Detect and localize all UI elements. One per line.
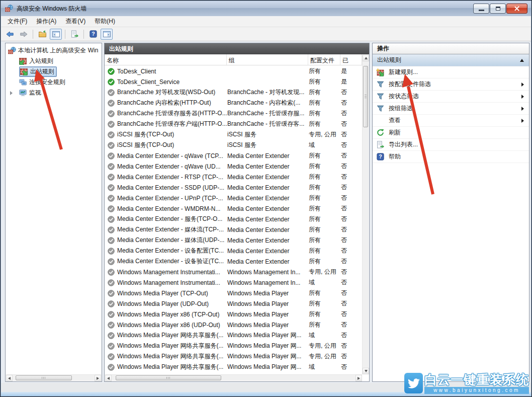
scroll-left-button[interactable] [105,375,112,381]
rule-group: Windows Media Player [227,311,309,318]
column-header-enabled[interactable]: 已 [340,54,362,65]
rule-row[interactable]: Media Center Extender - qWave (TCP...Med… [105,150,369,161]
scrollbar-track[interactable] [112,375,356,381]
tree-item-连接安全规则[interactable]: 连接安全规则 [6,77,102,88]
tree-item-入站规则[interactable]: 入站规则 [6,56,102,66]
scroll-right-button[interactable] [95,375,101,381]
rule-row[interactable]: Media Center Extender - RTSP (TCP-...Med… [105,172,369,182]
rule-row[interactable]: Media Center Extender - qWave (UD...Medi… [105,161,369,172]
tree-item-监视[interactable]: 监视 [6,88,102,98]
scrollbar-track[interactable] [13,375,95,381]
rule-profile: 专用, 公用 [309,352,341,361]
column-header-name[interactable]: 名称 [105,54,227,65]
open-folder-button[interactable] [36,29,48,40]
rule-row[interactable]: Windows Media Player 网络共享服务(...Windows M… [105,330,369,341]
action-pane-button[interactable] [101,29,113,40]
rule-row[interactable]: BranchCache 内容检索(HTTP-Out)BranchCache - … [105,98,369,108]
rule-row[interactable]: Windows Media Player 网络共享服务(...Windows M… [105,351,369,362]
action-item-按组筛选[interactable]: 按组筛选 [373,103,529,115]
column-header-profile[interactable]: 配置文件 [308,54,340,65]
tree-root-item[interactable]: 本地计算机 上的高级安全 Win [6,45,102,56]
rule-row[interactable]: iSCSI 服务(TCP-Out)iSCSI 服务域否 [105,140,369,150]
action-item-帮助[interactable]: ?帮助 [373,151,529,163]
rule-profile: 所有 [309,236,341,245]
help-icon: ? [90,30,97,38]
tree-item-出站规则[interactable]: 出站规则 [6,66,102,77]
console-tree-button[interactable] [50,29,62,40]
tree-horizontal-scrollbar[interactable] [6,374,101,381]
back-button[interactable] [4,29,16,40]
rule-row[interactable]: Media Center Extender - 媒体流(TCP-...Media… [105,224,369,235]
rule-row[interactable]: Media Center Extender - 媒体流(UDP-...Media… [105,235,369,246]
restore-button[interactable] [490,4,506,14]
rule-row[interactable]: iSCSI 服务(TCP-Out)iSCSI 服务专用, 公用否 [105,129,369,140]
scrollbar-thumb[interactable] [363,66,368,127]
scrollbar-thumb[interactable] [16,375,72,380]
rule-name: Media Center Extender - SSDP (UDP-... [117,184,227,191]
action-item-label: 按状态筛选 [389,92,419,101]
rule-profile: 所有 [309,67,341,75]
list-horizontal-scrollbar[interactable] [105,374,362,381]
scrollbar-thumb[interactable] [116,375,221,380]
rule-row[interactable]: Windows Management Instrumentati...Windo… [105,277,369,288]
minimize-button[interactable] [473,4,489,14]
close-button[interactable] [506,4,527,14]
action-item-刷新[interactable]: 刷新 [373,127,529,139]
rule-disabled-icon [108,131,115,138]
filter-icon [376,105,384,113]
rule-disabled-icon [108,258,115,265]
action-item-导出列表[interactable]: 导出列表... [373,139,529,151]
rule-row[interactable]: ToDesk_Client_Service所有是 [105,76,369,87]
rule-row[interactable]: Media Center Extender - SSDP (UDP-...Med… [105,182,369,193]
title-bar[interactable]: 高级安全 Windows 防火墙 [1,1,531,16]
rule-row[interactable]: BranchCache 托管缓存服务器(HTTP-O...BranchCache… [105,108,369,119]
help-button[interactable]: ? [87,29,99,40]
scroll-right-button[interactable] [356,375,362,381]
collapse-icon[interactable] [520,59,524,62]
action-item-新建规则[interactable]: 新建规则... [373,66,529,78]
actions-section-header[interactable]: 出站规则 [373,54,529,66]
rule-profile: 专用, 公用 [309,268,341,276]
scroll-left-button[interactable] [6,375,13,381]
rule-row[interactable]: Windows Media Player x86 (TCP-Out)Window… [105,309,369,320]
rule-row[interactable]: Windows Media Player (TCP-Out)Windows Me… [105,288,369,298]
rule-row[interactable]: Media Center Extender - WMDRM-N...Media … [105,203,369,214]
expander-icon[interactable] [10,91,13,95]
list-vertical-scrollbar[interactable] [362,55,369,374]
watermark-url: www.baiyunxitong.com [424,387,529,394]
rule-profile: 所有 [309,99,341,107]
menu-item-4[interactable]: 帮助(H) [90,16,120,27]
submenu-arrow-icon [521,95,524,99]
rule-row[interactable]: Windows Media Player (UDP-Out)Windows Me… [105,298,369,309]
rule-row[interactable]: BranchCache 对等机发现(WSD-Out)BranchCache - … [105,87,369,98]
rule-row[interactable]: Windows Media Player x86 (UDP-Out)Window… [105,320,369,330]
action-item-按状态筛选[interactable]: 按状态筛选 [373,91,529,103]
rule-row[interactable]: Windows Media Player 网络共享服务(...Windows M… [105,341,369,351]
rule-profile: 所有 [309,162,341,171]
rule-row[interactable]: Windows Media Player 网络共享服务(...Windows M… [105,362,369,372]
action-item-按配置文件筛选[interactable]: 按配置文件筛选 [373,78,529,91]
action-item-查看[interactable]: 查看 [373,115,529,127]
export-list-button[interactable] [68,29,80,40]
column-header-group[interactable]: 组 [227,54,308,65]
forward-button[interactable] [18,29,30,40]
rule-disabled-icon [108,110,115,117]
rule-row[interactable]: BranchCache 托管缓存客户端(HTTP-O...BranchCache… [105,119,369,129]
scroll-down-button[interactable] [363,368,369,374]
rule-row[interactable]: Media Center Extender - 设备配置(TC...Media … [105,246,369,256]
rule-profile: 所有 [309,109,341,118]
rule-group: Windows Media Player [227,300,309,307]
rule-profile: 所有 [309,310,341,319]
rule-row[interactable]: ToDesk_Client所有是 [105,66,369,76]
rule-row[interactable]: Windows Management Instrumentati...Windo… [105,267,369,277]
scroll-up-button[interactable] [363,55,369,61]
rule-row[interactable]: Media Center Extender - 设备验证(TC...Media … [105,256,369,267]
rule-row[interactable]: Media Center Extender - UPnP (TCP-...Med… [105,193,369,203]
menu-item-2[interactable]: 操作(A) [32,16,61,27]
menu-item-1[interactable]: 文件(F) [3,16,32,27]
menu-item-3[interactable]: 查看(V) [61,16,90,27]
submenu-arrow-icon [521,83,524,87]
rule-name: Windows Media Player 网络共享服务(... [117,331,227,340]
selected-tree-item[interactable]: 出站规则 [19,66,57,77]
rule-row[interactable]: Media Center Extender - 服务(TCP-O...Media… [105,214,369,224]
